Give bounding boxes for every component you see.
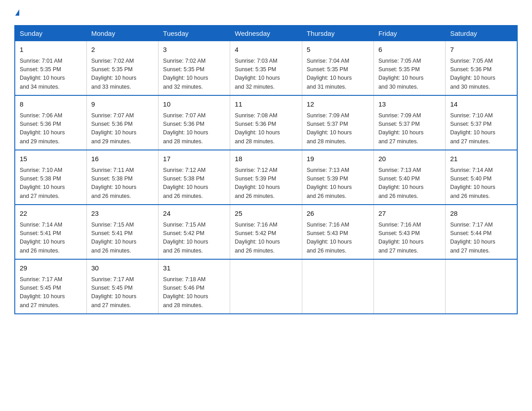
calendar-cell: 8Sunrise: 7:06 AMSunset: 5:36 PMDaylight…	[15, 95, 86, 150]
day-info: Sunrise: 7:09 AMSunset: 5:37 PMDaylight:…	[307, 111, 369, 146]
calendar-week-row-3: 15Sunrise: 7:10 AMSunset: 5:38 PMDayligh…	[15, 150, 517, 205]
day-number: 29	[20, 263, 82, 274]
day-info: Sunrise: 7:16 AMSunset: 5:43 PMDaylight:…	[378, 221, 441, 256]
day-info: Sunrise: 7:16 AMSunset: 5:42 PMDaylight:…	[235, 221, 297, 256]
day-info: Sunrise: 7:05 AMSunset: 5:35 PMDaylight:…	[378, 57, 441, 92]
day-info: Sunrise: 7:01 AMSunset: 5:35 PMDaylight:…	[20, 57, 82, 92]
day-number: 21	[450, 154, 512, 164]
calendar-table: SundayMondayTuesdayWednesdayThursdayFrid…	[14, 25, 518, 314]
calendar-cell: 25Sunrise: 7:16 AMSunset: 5:42 PMDayligh…	[230, 205, 302, 259]
calendar-cell: 27Sunrise: 7:16 AMSunset: 5:43 PMDayligh…	[373, 205, 445, 259]
day-number: 31	[163, 263, 225, 274]
logo	[14, 11, 19, 17]
day-number: 14	[450, 99, 512, 110]
calendar-cell: 3Sunrise: 7:02 AMSunset: 5:35 PMDaylight…	[159, 41, 230, 96]
weekday-header-saturday: Saturday	[446, 26, 517, 41]
day-info: Sunrise: 7:08 AMSunset: 5:36 PMDaylight:…	[235, 111, 297, 146]
calendar-cell: 6Sunrise: 7:05 AMSunset: 5:35 PMDaylight…	[373, 41, 445, 96]
weekday-header-row: SundayMondayTuesdayWednesdayThursdayFrid…	[15, 26, 517, 41]
day-info: Sunrise: 7:13 AMSunset: 5:39 PMDaylight:…	[307, 166, 369, 201]
day-info: Sunrise: 7:10 AMSunset: 5:38 PMDaylight:…	[20, 166, 82, 201]
day-number: 7	[450, 45, 512, 55]
day-info: Sunrise: 7:07 AMSunset: 5:36 PMDaylight:…	[91, 111, 154, 146]
weekday-header-tuesday: Tuesday	[159, 26, 230, 41]
day-info: Sunrise: 7:09 AMSunset: 5:37 PMDaylight:…	[378, 111, 441, 146]
calendar-cell	[446, 259, 517, 314]
calendar-cell: 30Sunrise: 7:17 AMSunset: 5:45 PMDayligh…	[86, 259, 158, 314]
day-info: Sunrise: 7:17 AMSunset: 5:44 PMDaylight:…	[450, 221, 512, 256]
calendar-cell: 24Sunrise: 7:15 AMSunset: 5:42 PMDayligh…	[159, 205, 230, 259]
calendar-week-row-1: 1Sunrise: 7:01 AMSunset: 5:35 PMDaylight…	[15, 41, 517, 96]
day-number: 19	[307, 154, 369, 164]
weekday-header-friday: Friday	[373, 26, 445, 41]
calendar-cell: 19Sunrise: 7:13 AMSunset: 5:39 PMDayligh…	[302, 150, 373, 205]
day-number: 13	[378, 99, 441, 110]
weekday-header-wednesday: Wednesday	[230, 26, 302, 41]
day-info: Sunrise: 7:11 AMSunset: 5:38 PMDaylight:…	[91, 166, 154, 201]
day-number: 18	[235, 154, 297, 164]
calendar-cell: 11Sunrise: 7:08 AMSunset: 5:36 PMDayligh…	[230, 95, 302, 150]
calendar-cell: 26Sunrise: 7:16 AMSunset: 5:43 PMDayligh…	[302, 205, 373, 259]
day-info: Sunrise: 7:15 AMSunset: 5:41 PMDaylight:…	[91, 221, 154, 256]
day-number: 12	[307, 99, 369, 110]
day-info: Sunrise: 7:18 AMSunset: 5:46 PMDaylight:…	[163, 275, 225, 310]
day-info: Sunrise: 7:16 AMSunset: 5:43 PMDaylight:…	[307, 221, 369, 256]
calendar-week-row-5: 29Sunrise: 7:17 AMSunset: 5:45 PMDayligh…	[15, 259, 517, 314]
calendar-cell	[230, 259, 302, 314]
day-info: Sunrise: 7:02 AMSunset: 5:35 PMDaylight:…	[91, 57, 154, 92]
calendar-cell: 7Sunrise: 7:05 AMSunset: 5:36 PMDaylight…	[446, 41, 517, 96]
calendar-cell: 9Sunrise: 7:07 AMSunset: 5:36 PMDaylight…	[86, 95, 158, 150]
calendar-cell: 20Sunrise: 7:13 AMSunset: 5:40 PMDayligh…	[373, 150, 445, 205]
calendar-cell: 17Sunrise: 7:12 AMSunset: 5:38 PMDayligh…	[159, 150, 230, 205]
day-number: 20	[378, 154, 441, 164]
weekday-header-monday: Monday	[86, 26, 158, 41]
day-number: 9	[91, 99, 154, 110]
calendar-cell	[373, 259, 445, 314]
page-header	[14, 11, 518, 17]
calendar-cell: 22Sunrise: 7:14 AMSunset: 5:41 PMDayligh…	[15, 205, 86, 259]
calendar-cell: 18Sunrise: 7:12 AMSunset: 5:39 PMDayligh…	[230, 150, 302, 205]
logo-triangle-icon	[15, 9, 19, 16]
day-number: 23	[91, 209, 154, 219]
calendar-cell: 23Sunrise: 7:15 AMSunset: 5:41 PMDayligh…	[86, 205, 158, 259]
day-info: Sunrise: 7:06 AMSunset: 5:36 PMDaylight:…	[20, 111, 82, 146]
calendar-cell: 4Sunrise: 7:03 AMSunset: 5:35 PMDaylight…	[230, 41, 302, 96]
day-number: 16	[91, 154, 154, 164]
day-number: 27	[378, 209, 441, 219]
calendar-cell: 1Sunrise: 7:01 AMSunset: 5:35 PMDaylight…	[15, 41, 86, 96]
day-number: 3	[163, 45, 225, 55]
day-info: Sunrise: 7:12 AMSunset: 5:38 PMDaylight:…	[163, 166, 225, 201]
calendar-cell: 5Sunrise: 7:04 AMSunset: 5:35 PMDaylight…	[302, 41, 373, 96]
day-info: Sunrise: 7:04 AMSunset: 5:35 PMDaylight:…	[307, 57, 369, 92]
day-number: 28	[450, 209, 512, 219]
day-number: 17	[163, 154, 225, 164]
calendar-cell: 2Sunrise: 7:02 AMSunset: 5:35 PMDaylight…	[86, 41, 158, 96]
day-info: Sunrise: 7:17 AMSunset: 5:45 PMDaylight:…	[20, 275, 82, 310]
day-number: 25	[235, 209, 297, 219]
day-number: 15	[20, 154, 82, 164]
day-info: Sunrise: 7:10 AMSunset: 5:37 PMDaylight:…	[450, 111, 512, 146]
day-number: 22	[20, 209, 82, 219]
calendar-cell: 29Sunrise: 7:17 AMSunset: 5:45 PMDayligh…	[15, 259, 86, 314]
calendar-cell: 16Sunrise: 7:11 AMSunset: 5:38 PMDayligh…	[86, 150, 158, 205]
day-number: 5	[307, 45, 369, 55]
calendar-cell: 14Sunrise: 7:10 AMSunset: 5:37 PMDayligh…	[446, 95, 517, 150]
day-info: Sunrise: 7:14 AMSunset: 5:40 PMDaylight:…	[450, 166, 512, 201]
calendar-cell: 28Sunrise: 7:17 AMSunset: 5:44 PMDayligh…	[446, 205, 517, 259]
day-info: Sunrise: 7:05 AMSunset: 5:36 PMDaylight:…	[450, 57, 512, 92]
day-info: Sunrise: 7:12 AMSunset: 5:39 PMDaylight:…	[235, 166, 297, 201]
day-number: 30	[91, 263, 154, 274]
calendar-cell: 13Sunrise: 7:09 AMSunset: 5:37 PMDayligh…	[373, 95, 445, 150]
calendar-cell: 31Sunrise: 7:18 AMSunset: 5:46 PMDayligh…	[159, 259, 230, 314]
day-info: Sunrise: 7:03 AMSunset: 5:35 PMDaylight:…	[235, 57, 297, 92]
day-number: 4	[235, 45, 297, 55]
day-number: 2	[91, 45, 154, 55]
day-number: 8	[20, 99, 82, 110]
calendar-cell: 21Sunrise: 7:14 AMSunset: 5:40 PMDayligh…	[446, 150, 517, 205]
day-number: 11	[235, 99, 297, 110]
calendar-week-row-2: 8Sunrise: 7:06 AMSunset: 5:36 PMDaylight…	[15, 95, 517, 150]
day-info: Sunrise: 7:13 AMSunset: 5:40 PMDaylight:…	[378, 166, 441, 201]
calendar-cell: 12Sunrise: 7:09 AMSunset: 5:37 PMDayligh…	[302, 95, 373, 150]
day-info: Sunrise: 7:15 AMSunset: 5:42 PMDaylight:…	[163, 221, 225, 256]
day-number: 10	[163, 99, 225, 110]
